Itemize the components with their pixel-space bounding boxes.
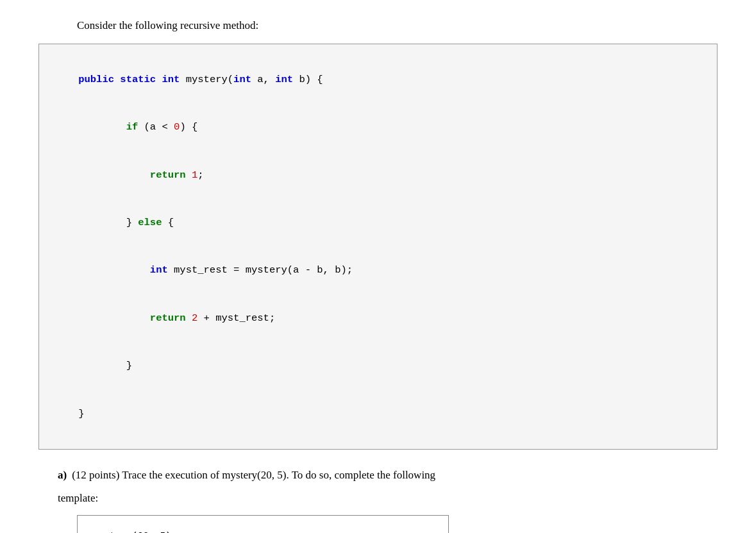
intro-text: Consider the following recursive method: xyxy=(77,19,718,32)
kw-int-b: int xyxy=(275,74,293,85)
kw-public: public xyxy=(78,74,120,85)
kw-return2: return xyxy=(150,312,186,324)
num-two: 2 xyxy=(192,312,197,324)
part-a-description: (12 points) Trace the execution of myste… xyxy=(72,469,435,484)
code-space1 xyxy=(186,169,192,181)
kw-int-ret: int xyxy=(162,74,180,85)
code-indent5 xyxy=(78,264,150,276)
code-closebrace1: } xyxy=(78,217,138,228)
code-line-8: } xyxy=(55,390,701,437)
num-one: 1 xyxy=(192,169,197,181)
code-line-1: public static int mystery(int a, int b) … xyxy=(55,56,701,103)
code-closebrace2: } xyxy=(78,360,132,371)
template-text: template: xyxy=(58,492,718,505)
code-line-5: int myst_rest = mystery(a - b, b); xyxy=(55,247,701,294)
code-line-2: if (a < 0) { xyxy=(55,103,701,151)
code-space2 xyxy=(186,312,192,324)
code-plus-myst: + myst_rest; xyxy=(197,312,275,324)
code-if-cond: (a < xyxy=(138,121,174,133)
code-line-4: } else { xyxy=(55,199,701,246)
code-block: public static int mystery(int a, int b) … xyxy=(38,44,718,450)
kw-static: static xyxy=(120,74,162,85)
kw-else: else xyxy=(138,217,162,228)
kw-if: if xyxy=(126,121,139,133)
code-line-3: return 1; xyxy=(55,151,701,199)
num-zero: 0 xyxy=(174,121,180,133)
part-a-label: a) xyxy=(58,469,67,482)
code-param-b: b) { xyxy=(293,74,323,85)
trace-block1-header: mystery(20, 5) xyxy=(93,529,433,533)
code-myst-rest-assign: myst_rest = mystery(a - b, b); xyxy=(168,264,353,276)
code-indent3 xyxy=(78,169,150,181)
code-line-7: } xyxy=(55,342,701,389)
code-closebrace3: } xyxy=(78,408,84,419)
code-method-sig: mystery( xyxy=(180,74,233,85)
kw-return1: return xyxy=(150,169,186,181)
kw-int-myst: int xyxy=(150,264,168,276)
code-semi1: ; xyxy=(197,169,203,181)
trace-box: mystery(20, 5) ------------- a = 20 b = … xyxy=(77,515,449,533)
code-indent2 xyxy=(78,121,126,133)
code-if-end: ) { xyxy=(180,121,197,133)
code-indent6 xyxy=(78,312,150,324)
code-param-a: a, xyxy=(251,74,275,85)
code-line-6: return 2 + myst_rest; xyxy=(55,294,701,342)
part-a-header: a) (12 points) Trace the execution of my… xyxy=(58,469,718,488)
kw-int-a: int xyxy=(233,74,251,85)
part-a: a) (12 points) Trace the execution of my… xyxy=(58,469,718,533)
code-else-open: { xyxy=(162,217,174,228)
